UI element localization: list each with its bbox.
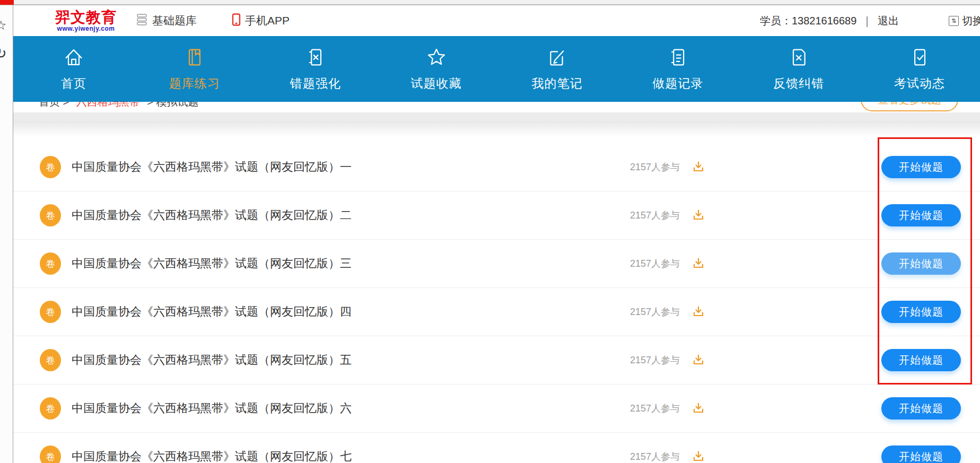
nav-item-题库练习[interactable]: 题库练习 (134, 36, 255, 102)
browser-side-strip: ☆ ↻ (0, 5, 13, 463)
nav-item-label: 首页 (61, 75, 86, 92)
paper-list-panel: 卷 中国质量协会《六西格玛黑带》试题（网友回忆版）一 2157人参与 开始做题 … (13, 121, 980, 463)
table-row: 卷 中国质量协会《六西格玛黑带》试题（网友回忆版）六 2157人参与 开始做题 (13, 385, 980, 433)
start-exam-button[interactable]: 开始做题 (881, 445, 961, 463)
nav-item-试题收藏[interactable]: 试题收藏 (376, 36, 497, 102)
nav-item-label: 错题强化 (290, 75, 341, 92)
table-row: 卷 中国质量协会《六西格玛黑带》试题（网友回忆版）四 2157人参与 开始做题 (13, 288, 980, 336)
book-x-icon (305, 47, 326, 70)
nav-item-做题记录[interactable]: 做题记录 (617, 36, 738, 102)
user-separator: ｜ (862, 14, 872, 28)
participants-count: 2157人参与 (630, 433, 680, 463)
download-icon[interactable] (691, 208, 706, 223)
nav-item-label: 反馈纠错 (773, 75, 824, 92)
nav-item-label: 题库练习 (169, 75, 220, 92)
record-list-icon (667, 47, 688, 70)
start-exam-button[interactable]: 开始做题 (881, 204, 961, 226)
paper-title-link[interactable]: 中国质量协会《六西格玛黑带》试题（网友回忆版）一 (72, 143, 352, 191)
menu-item-label: 手机APP (245, 13, 290, 28)
site-header: 羿文教育 www.yiwenjy.com 基础题库 手机APP 学员： 1382… (13, 5, 980, 36)
breadcrumb: 首页 > 六西格玛黑带 > 模拟试题 (39, 102, 199, 109)
browser-red-notch (0, 0, 14, 5)
download-icon[interactable] (691, 304, 706, 319)
paper-badge-icon: 卷 (40, 397, 61, 420)
user-prefix: 学员： (760, 14, 792, 28)
start-exam-button[interactable]: 开始做题 (881, 301, 961, 323)
start-exam-button[interactable]: 开始做题 (881, 349, 961, 371)
switch-icon: ⇅ (949, 16, 959, 26)
logo-title: 羿文教育 (51, 10, 120, 25)
download-icon[interactable] (691, 353, 706, 368)
logo-subtitle: www.yiwenjy.com (51, 25, 120, 32)
table-row: 卷 中国质量协会《六西格玛黑带》试题（网友回忆版）三 2157人参与 开始做题 (13, 240, 980, 288)
phone-icon (232, 13, 241, 28)
download-icon[interactable] (691, 160, 706, 174)
participants-count: 2157人参与 (630, 288, 680, 336)
user-area: 学员： 13821616689 ｜ 退出 (760, 5, 899, 36)
question-bank-icon (136, 13, 148, 28)
nav-item-首页[interactable]: 首页 (13, 36, 134, 102)
page-divider (13, 112, 980, 121)
participants-count: 2157人参与 (630, 336, 680, 384)
table-row: 卷 中国质量协会《六西格玛黑带》试题（网友回忆版）五 2157人参与 开始做题 (13, 336, 980, 385)
nav-item-label: 做题记录 (652, 75, 703, 92)
participants-count: 2157人参与 (630, 143, 680, 191)
paper-title-link[interactable]: 中国质量协会《六西格玛黑带》试题（网友回忆版）七 (72, 433, 352, 463)
more-papers-button[interactable]: 查看更多试题 (861, 102, 958, 111)
breadcrumb-post: > 模拟试题 (144, 102, 199, 108)
paper-badge-icon: 卷 (40, 252, 61, 275)
paper-title-link[interactable]: 中国质量协会《六西格玛黑带》试题（网友回忆版）六 (72, 385, 352, 432)
paper-title-link[interactable]: 中国质量协会《六西格玛黑带》试题（网友回忆版）四 (72, 288, 352, 336)
start-exam-button[interactable]: 开始做题 (881, 397, 961, 420)
paper-badge-icon: 卷 (40, 301, 61, 323)
nav-item-label: 考试动态 (894, 75, 945, 92)
start-exam-button[interactable]: 开始做题 (881, 156, 961, 178)
participants-count: 2157人参与 (630, 385, 680, 432)
menu-item-mobile-app[interactable]: 手机APP (232, 5, 290, 36)
switch-label: 切换题库 (962, 14, 980, 28)
favorites-star-icon[interactable]: ☆ (0, 19, 7, 32)
download-icon[interactable] (691, 256, 706, 271)
star-icon (426, 47, 447, 70)
user-phone: 13821616689 (792, 15, 856, 27)
table-row: 卷 中国质量协会《六西格玛黑带》试题（网友回忆版）七 2157人参与 开始做题 (13, 433, 980, 463)
paper-badge-icon: 卷 (40, 445, 61, 463)
download-icon[interactable] (691, 401, 706, 416)
paper-title-link[interactable]: 中国质量协会《六西格玛黑带》试题（网友回忆版）二 (72, 191, 352, 239)
table-row: 卷 中国质量协会《六西格玛黑带》试题（网友回忆版）二 2157人参与 开始做题 (13, 191, 980, 240)
paper-badge-icon: 卷 (40, 204, 61, 226)
participants-count: 2157人参与 (630, 191, 680, 239)
paper-title-link[interactable]: 中国质量协会《六西格玛黑带》试题（网友回忆版）五 (72, 336, 352, 384)
breadcrumb-current: 六西格玛黑带 (76, 102, 140, 108)
menu-item-question-bank[interactable]: 基础题库 (136, 5, 197, 36)
site-logo[interactable]: 羿文教育 www.yiwenjy.com (51, 10, 120, 32)
browser-top-strip (0, 0, 980, 5)
book-icon (184, 47, 205, 70)
paper-list: 卷 中国质量协会《六西格玛黑带》试题（网友回忆版）一 2157人参与 开始做题 … (13, 143, 980, 463)
paper-badge-icon: 卷 (40, 349, 61, 371)
file-x-icon (788, 47, 809, 70)
nav-item-反馈纠错[interactable]: 反馈纠错 (738, 36, 859, 102)
file-check-icon (909, 47, 930, 70)
switch-bank-link[interactable]: ⇅ 切换题库 (949, 5, 980, 36)
participants-count: 2157人参与 (630, 240, 680, 287)
nav-item-错题强化[interactable]: 错题强化 (255, 36, 376, 102)
main-nav: 首页题库练习错题强化试题收藏我的笔记做题记录反馈纠错考试动态 (13, 36, 980, 102)
start-exam-button[interactable]: 开始做题 (881, 252, 961, 275)
nav-item-考试动态[interactable]: 考试动态 (859, 36, 980, 102)
table-row: 卷 中国质量协会《六西格玛黑带》试题（网友回忆版）一 2157人参与 开始做题 (13, 143, 980, 191)
paper-title-link[interactable]: 中国质量协会《六西格玛黑带》试题（网友回忆版）三 (72, 240, 352, 287)
note-pencil-icon (546, 47, 567, 70)
nav-item-label: 我的笔记 (531, 75, 582, 92)
nav-item-label: 试题收藏 (411, 75, 462, 92)
download-icon[interactable] (691, 449, 706, 463)
menu-item-label: 基础题库 (152, 13, 197, 28)
history-icon[interactable]: ↻ (0, 47, 7, 60)
breadcrumb-pre: 首页 > (39, 102, 72, 108)
nav-item-我的笔记[interactable]: 我的笔记 (497, 36, 618, 102)
filter-bar-clipped: 首页 > 六西格玛黑带 > 模拟试题 查看更多试题 (13, 102, 980, 112)
paper-badge-icon: 卷 (40, 156, 61, 178)
logout-link[interactable]: 退出 (878, 14, 899, 28)
home-icon (63, 47, 84, 70)
